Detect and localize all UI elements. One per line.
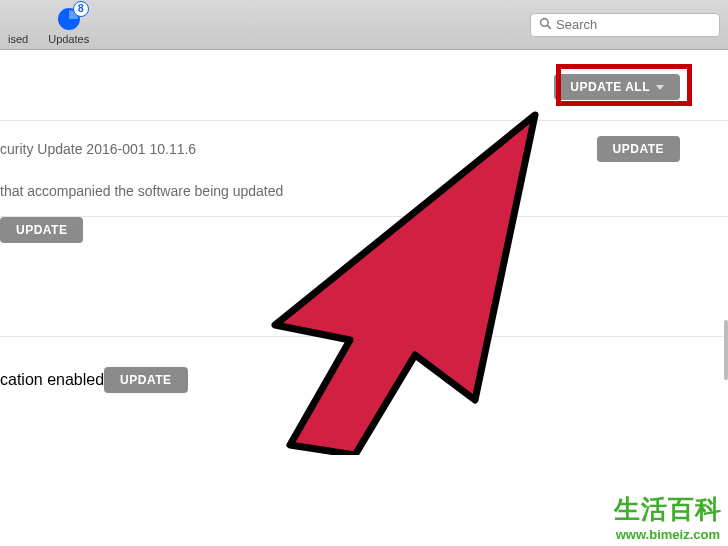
button-label: UPDATE xyxy=(120,373,171,387)
update-button[interactable]: UPDATE xyxy=(597,136,680,162)
search-field[interactable] xyxy=(530,13,720,37)
scrollbar[interactable] xyxy=(724,320,728,380)
update-description-row: that accompanied the software being upda… xyxy=(0,176,728,216)
search-icon xyxy=(539,17,552,33)
svg-point-1 xyxy=(541,18,549,26)
update-all-button[interactable]: UPDATE ALL xyxy=(554,74,680,100)
update-title: curity Update 2016-001 10.11.6 xyxy=(0,141,196,157)
updates-icon: 8 xyxy=(57,7,81,31)
update-row: curity Update 2016-001 10.11.6 UPDATE xyxy=(0,120,728,176)
update-row: UPDATE xyxy=(0,216,728,336)
button-label: UPDATE xyxy=(16,223,67,237)
button-label: UPDATE ALL xyxy=(570,80,650,94)
search-input[interactable] xyxy=(556,17,711,32)
watermark-url: www.bimeiz.com xyxy=(614,527,722,542)
update-title: cation enabled xyxy=(0,371,104,389)
toolbar-tab-label: Updates xyxy=(48,33,89,45)
toolbar-tab-purchased[interactable]: ised xyxy=(8,5,28,45)
update-description: that accompanied the software being upda… xyxy=(0,183,283,199)
update-button[interactable]: UPDATE xyxy=(104,367,187,393)
updates-content: UPDATE ALL curity Update 2016-001 10.11.… xyxy=(0,50,728,546)
toolbar: ised 8 Updates xyxy=(0,0,728,50)
button-label: UPDATE xyxy=(613,142,664,156)
watermark-text: 生活百科 xyxy=(614,492,722,527)
chevron-down-icon xyxy=(656,85,664,90)
watermark: 生活百科 www.bimeiz.com xyxy=(614,492,722,542)
toolbar-tab-label: ised xyxy=(8,33,28,45)
updates-badge: 8 xyxy=(73,1,89,17)
update-row: cation enabled UPDATE xyxy=(0,336,728,423)
toolbar-tab-updates[interactable]: 8 Updates xyxy=(48,5,89,45)
update-button[interactable]: UPDATE xyxy=(0,217,83,243)
svg-line-2 xyxy=(547,25,551,29)
